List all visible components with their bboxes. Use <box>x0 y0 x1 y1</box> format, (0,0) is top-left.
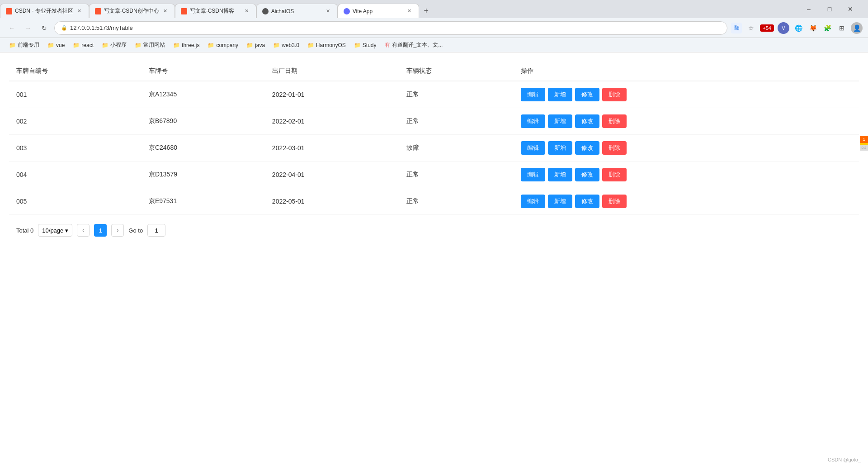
add-button-2[interactable]: 新增 <box>548 141 572 155</box>
delete-button-1[interactable]: 删除 <box>602 114 627 128</box>
delete-button-4[interactable]: 删除 <box>602 195 627 208</box>
modify-button-3[interactable]: 修改 <box>575 168 599 181</box>
bookmark-0[interactable]: 📁 前端专用 <box>5 40 43 50</box>
folder-icon-1: 📁 <box>47 42 54 48</box>
table-row: 003 京C24680 2022-03-01 故障 编辑 新增 修改 删除 <box>9 135 859 162</box>
bookmark-icon[interactable]: ☆ <box>745 23 756 33</box>
delete-button-0[interactable]: 删除 <box>602 88 627 101</box>
maximize-button[interactable]: □ <box>819 2 840 16</box>
tab-label-5: Vite App <box>353 8 403 14</box>
edit-button-2[interactable]: 编辑 <box>521 141 545 155</box>
address-bar: ← → ↻ 🔒 127.0.0.1:5173/myTable 翻 ☆ +54 V… <box>0 18 868 38</box>
table-row: 002 京B67890 2022-02-01 正常 编辑 新增 修改 删除 <box>9 108 859 135</box>
cell-id-1: 002 <box>9 108 142 135</box>
current-page-number[interactable]: 1 <box>94 224 107 237</box>
reload-button[interactable]: ↻ <box>38 22 51 34</box>
minimize-button[interactable]: – <box>798 2 819 16</box>
folder-icon-5: 📁 <box>173 42 180 48</box>
delete-button-2[interactable]: 删除 <box>602 141 627 155</box>
folder-icon-10: 📁 <box>354 42 361 48</box>
per-page-chevron: ▾ <box>65 227 68 234</box>
cell-date-0: 2022-01-01 <box>265 81 400 108</box>
cell-date-2: 2022-03-01 <box>265 135 400 162</box>
footer-text: CSDN @goto_ <box>828 457 861 462</box>
tab-close-3[interactable]: ✕ <box>243 8 250 15</box>
bookmark-8[interactable]: 📁 web3.0 <box>269 41 303 49</box>
cell-id-0: 001 <box>9 81 142 108</box>
user-avatar[interactable]: 👤 <box>851 22 863 34</box>
bookmark-3[interactable]: 📁 小程序 <box>98 40 130 50</box>
modify-button-2[interactable]: 修改 <box>575 141 599 155</box>
tab-favicon-5 <box>344 8 350 14</box>
add-button-1[interactable]: 新增 <box>548 114 572 128</box>
bookmark-label-5: three.js <box>182 42 199 48</box>
bookmark-2[interactable]: 📁 react <box>69 41 97 49</box>
browser-tab-2[interactable]: 写文章-CSDN创作中心 ✕ <box>89 4 175 18</box>
lock-icon: 🔒 <box>61 25 67 31</box>
close-window-button[interactable]: ✕ <box>840 2 861 16</box>
sidebar-toggle[interactable]: ⊞ <box>836 23 847 33</box>
browser-tab-5[interactable]: Vite App ✕ <box>338 4 419 18</box>
bookmark-label-0: 前端专用 <box>18 41 39 49</box>
tab-close-1[interactable]: ✕ <box>76 8 83 15</box>
forward-button[interactable]: → <box>22 22 34 34</box>
edit-button-0[interactable]: 编辑 <box>521 88 545 101</box>
tab-close-2[interactable]: ✕ <box>162 8 169 15</box>
bookmark-11[interactable]: 有 有道翻译_文本、文... <box>381 40 447 50</box>
browser-tab-3[interactable]: 写文章-CSDN博客 ✕ <box>175 4 256 18</box>
folder-icon-7: 📁 <box>246 42 253 48</box>
ext-icon-3[interactable]: 🧩 <box>822 23 833 33</box>
profile-icon[interactable]: V <box>778 22 789 34</box>
edit-button-3[interactable]: 编辑 <box>521 168 545 181</box>
edit-button-4[interactable]: 编辑 <box>521 195 545 208</box>
add-button-3[interactable]: 新增 <box>548 168 572 181</box>
ext-icon-2[interactable]: 🦊 <box>807 23 818 33</box>
per-page-select[interactable]: 10/page ▾ <box>38 224 72 237</box>
cell-status-2: 故障 <box>399 135 514 162</box>
new-tab-button[interactable]: + <box>419 4 434 18</box>
ext-icon-1[interactable]: 🌐 <box>793 23 804 33</box>
bookmark-10[interactable]: 📁 Study <box>350 41 380 49</box>
extension-badge[interactable]: +54 <box>760 24 774 32</box>
cell-id-3: 004 <box>9 162 142 188</box>
tab-label-4: AichatOS <box>271 8 322 14</box>
add-button-4[interactable]: 新增 <box>548 195 572 208</box>
browser-tab-1[interactable]: CSDN - 专业开发者社区 ✕ <box>0 4 89 18</box>
bookmark-1[interactable]: 📁 vue <box>44 41 68 49</box>
main-content: 车牌自编号 车牌号 出厂日期 车辆状态 操作 001 京A12345 2022-… <box>0 52 868 466</box>
browser-tab-4[interactable]: AichatOS ✕ <box>256 4 338 18</box>
right-float-panel: 1 0.2 <box>860 136 868 151</box>
bookmark-4[interactable]: 📁 常用网站 <box>131 40 169 50</box>
tab-favicon-4 <box>262 8 269 14</box>
modify-button-1[interactable]: 修改 <box>575 114 599 128</box>
bookmark-5[interactable]: 📁 three.js <box>170 41 203 49</box>
cell-status-4: 正常 <box>399 188 514 215</box>
add-button-0[interactable]: 新增 <box>548 88 572 101</box>
bookmark-9[interactable]: 📁 HarmonyOS <box>304 41 349 49</box>
prev-page-button[interactable]: ‹ <box>77 224 90 237</box>
cell-date-4: 2022-05-01 <box>265 188 400 215</box>
folder-icon-0: 📁 <box>9 42 16 48</box>
bookmarks-bar: 📁 前端专用 📁 vue 📁 react 📁 小程序 📁 常用网站 📁 thre… <box>0 38 868 52</box>
translate-icon[interactable]: 翻 <box>731 23 742 33</box>
tab-close-4[interactable]: ✕ <box>325 8 332 15</box>
table-row: 005 京E97531 2022-05-01 正常 编辑 新增 修改 删除 <box>9 188 859 215</box>
modify-button-0[interactable]: 修改 <box>575 88 599 101</box>
float-badge-1[interactable]: 1 <box>860 136 868 143</box>
delete-button-3[interactable]: 删除 <box>602 168 627 181</box>
cell-date-3: 2022-04-01 <box>265 162 400 188</box>
edit-button-1[interactable]: 编辑 <box>521 114 545 128</box>
cell-id-2: 003 <box>9 135 142 162</box>
bookmark-7[interactable]: 📁 java <box>243 41 269 49</box>
goto-input[interactable] <box>147 224 165 237</box>
address-input[interactable]: 🔒 127.0.0.1:5173/myTable <box>54 21 727 35</box>
bookmark-6[interactable]: 📁 company <box>204 41 242 49</box>
cell-plate-0: 京A12345 <box>142 81 265 108</box>
tab-favicon-1 <box>6 8 12 14</box>
next-page-button[interactable]: › <box>111 224 124 237</box>
modify-button-4[interactable]: 修改 <box>575 195 599 208</box>
back-button[interactable]: ← <box>5 22 18 34</box>
cell-actions-2: 编辑 新增 修改 删除 <box>514 135 859 162</box>
per-page-label: 10/page <box>42 227 63 234</box>
tab-close-5[interactable]: ✕ <box>406 8 413 15</box>
